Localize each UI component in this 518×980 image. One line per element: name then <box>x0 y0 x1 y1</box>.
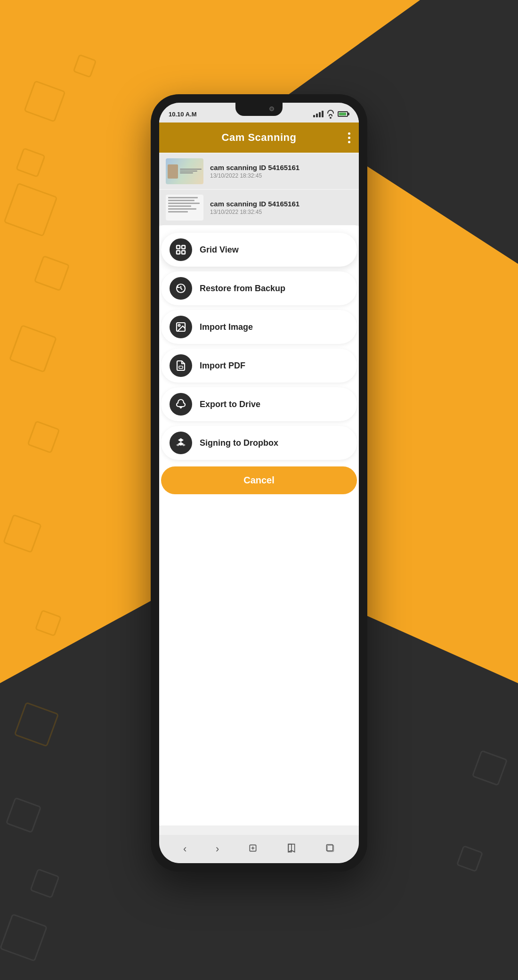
status-icons <box>313 110 349 119</box>
cancel-button[interactable]: Cancel <box>161 466 357 494</box>
svg-point-6 <box>178 325 180 327</box>
signing-dropbox-label: Signing to Dropbox <box>200 438 278 448</box>
scan-info: cam scanning ID 54165161 13/10/2022 18:3… <box>210 163 352 179</box>
grid-view-label: Grid View <box>200 245 239 255</box>
id-card-preview <box>166 158 203 184</box>
export-drive-label: Export to Drive <box>200 400 260 409</box>
scan-date: 13/10/2022 18:32:45 <box>210 209 352 215</box>
bookmarks-button[interactable] <box>287 843 296 855</box>
wifi-icon <box>327 110 334 119</box>
signal-icon <box>313 111 324 117</box>
svg-rect-0 <box>177 245 180 249</box>
restore-backup-label: Restore from Backup <box>200 284 285 294</box>
import-image-label: Import Image <box>200 322 253 332</box>
scan-name: cam scanning ID 54165161 <box>210 200 352 208</box>
svg-rect-2 <box>177 251 180 254</box>
scan-name: cam scanning ID 54165161 <box>210 163 352 172</box>
front-camera <box>269 106 274 111</box>
grid-view-button[interactable]: Grid View <box>161 233 357 267</box>
phone-screen: 10.10 A.M <box>159 103 359 863</box>
import-image-button[interactable]: Import Image <box>161 310 357 344</box>
scan-info: cam scanning ID 54165161 13/10/2022 18:3… <box>210 200 352 215</box>
scan-item[interactable]: cam scanning ID 54165161 13/10/2022 18:3… <box>159 190 359 225</box>
svg-rect-1 <box>182 245 185 249</box>
tabs-button[interactable] <box>325 843 335 855</box>
dot3 <box>348 141 350 143</box>
scan-thumbnail <box>166 195 203 220</box>
dropbox-icon <box>170 432 192 454</box>
grid-view-icon <box>170 238 192 261</box>
dot1 <box>348 132 350 135</box>
more-options-button[interactable] <box>348 132 350 143</box>
import-image-icon <box>170 316 192 338</box>
share-button[interactable] <box>248 843 258 855</box>
dot2 <box>348 137 350 139</box>
restore-backup-button[interactable]: Restore from Backup <box>161 271 357 305</box>
export-drive-icon <box>170 393 192 416</box>
phone-device: 10.10 A.M <box>151 94 367 872</box>
bottom-navigation: ‹ › <box>159 835 359 863</box>
app-title: Cam Scanning <box>222 131 297 144</box>
import-pdf-icon <box>170 354 192 377</box>
restore-icon <box>170 277 192 300</box>
status-time: 10.10 A.M <box>169 111 197 118</box>
doc-preview <box>166 195 203 220</box>
scan-list: cam scanning ID 54165161 13/10/2022 18:3… <box>159 153 359 226</box>
notch <box>235 103 283 116</box>
back-button[interactable]: ‹ <box>183 843 186 855</box>
export-drive-button[interactable]: Export to Drive <box>161 387 357 421</box>
scan-item[interactable]: cam scanning ID 54165161 13/10/2022 18:3… <box>159 154 359 189</box>
battery-icon <box>338 111 349 117</box>
scan-date: 13/10/2022 18:32:45 <box>210 172 352 179</box>
scan-thumbnail <box>166 158 203 184</box>
svg-rect-3 <box>182 251 185 254</box>
forward-button[interactable]: › <box>216 843 219 855</box>
import-pdf-label: Import PDF <box>200 361 245 371</box>
signing-dropbox-button[interactable]: Signing to Dropbox <box>161 426 357 460</box>
svg-rect-7 <box>179 366 183 368</box>
import-pdf-button[interactable]: Import PDF <box>161 349 357 383</box>
app-header: Cam Scanning <box>159 122 359 153</box>
context-menu: Grid View Restore from Backup <box>159 225 359 825</box>
